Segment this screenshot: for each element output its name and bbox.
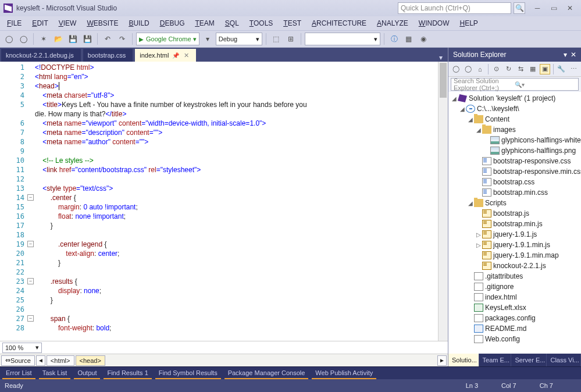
tb-icon-2[interactable]: ⊞ bbox=[284, 33, 297, 45]
se-fwd-icon[interactable]: ◯ bbox=[463, 64, 473, 74]
tree-folder-content[interactable]: ◢Content bbox=[448, 114, 581, 124]
menu-build[interactable]: BUILD bbox=[124, 18, 154, 28]
minimize-button[interactable]: ─ bbox=[530, 3, 545, 13]
config-dropdown[interactable]: Debug▾ bbox=[216, 33, 262, 45]
menu-sql[interactable]: SQL bbox=[220, 18, 244, 28]
zoom-dropdown[interactable]: 100 %▾ bbox=[2, 343, 42, 353]
redo-button[interactable]: ↷ bbox=[116, 33, 129, 45]
bc-left-arrow[interactable]: ◄ bbox=[36, 355, 45, 366]
editor-scrollbar[interactable] bbox=[438, 62, 448, 341]
pane-dropdown-icon[interactable]: ▾ bbox=[564, 51, 567, 59]
tree-file-glyphicons-halflings-white.[interactable]: glyphicons-halflings-white. bbox=[448, 135, 581, 145]
tb-icon-1[interactable]: ⬚ bbox=[270, 33, 283, 45]
open-file-button[interactable]: 📂 bbox=[52, 33, 65, 45]
menu-edit[interactable]: EDIT bbox=[27, 18, 52, 28]
maximize-button[interactable]: ▭ bbox=[546, 3, 561, 13]
tree-file-bootstrap.js[interactable]: bootstrap.js bbox=[448, 208, 581, 219]
output-tab-find-results-1[interactable]: Find Results 1 bbox=[104, 368, 151, 379]
output-tab-find-symbol-results[interactable]: Find Symbol Results bbox=[155, 368, 221, 379]
tb-icon-3[interactable]: ▦ bbox=[402, 33, 415, 45]
tree-file-README.md[interactable]: README.md bbox=[448, 323, 581, 334]
tab-knockout-2.2.1.debug.js[interactable]: knockout-2.2.1.debug.js bbox=[1, 49, 81, 62]
tree-file-index.html[interactable]: index.html bbox=[448, 292, 581, 302]
tree-file-bootstrap-responsive.css[interactable]: bootstrap-responsive.css bbox=[448, 156, 581, 166]
se-refresh-icon[interactable]: ↻ bbox=[504, 64, 514, 74]
tree-file-.gitignore[interactable]: .gitignore bbox=[448, 281, 581, 292]
tab-index.html[interactable]: index.html📌✕ bbox=[135, 49, 196, 62]
quick-launch-search-icon[interactable]: 🔍 bbox=[514, 2, 525, 14]
info-icon[interactable]: ⓘ bbox=[388, 33, 401, 45]
output-tab-web-publish-activity[interactable]: Web Publish Activity bbox=[312, 368, 376, 379]
menu-help[interactable]: HELP bbox=[455, 18, 483, 28]
output-tab-error-list[interactable]: Error List bbox=[2, 368, 35, 379]
se-scope-icon[interactable]: ⊙ bbox=[491, 64, 502, 74]
menu-tools[interactable]: TOOLS bbox=[245, 18, 277, 28]
tree-file-jquery-1.9.1.min.js[interactable]: ▷jquery-1.9.1.min.js bbox=[448, 240, 581, 250]
solution-tree[interactable]: ◢Solution 'keysleft' (1 project)◢C:\...\… bbox=[448, 92, 581, 354]
menu-view[interactable]: VIEW bbox=[54, 18, 81, 28]
nav-back-button[interactable]: ◯ bbox=[2, 33, 15, 45]
tb-icon-4[interactable]: ◉ bbox=[417, 33, 430, 45]
se-properties-icon[interactable]: 🔧 bbox=[557, 64, 567, 74]
rp-tab-2[interactable]: Server E... bbox=[511, 354, 547, 366]
tree-folder-images[interactable]: ◢images bbox=[448, 124, 581, 135]
tree-file-glyphicons-halflings.png[interactable]: glyphicons-halflings.png bbox=[448, 145, 581, 156]
tree-file-KeysLeft.xlsx[interactable]: KeysLeft.xlsx bbox=[448, 302, 581, 313]
output-window-tabs: Error ListTask ListOutputFind Results 1F… bbox=[0, 366, 581, 379]
find-combo[interactable]: ▾ bbox=[305, 33, 380, 45]
rp-tab-3[interactable]: Class Vi... bbox=[547, 354, 581, 366]
pane-close-icon[interactable]: ✕ bbox=[571, 51, 576, 59]
save-all-button[interactable]: 💾 bbox=[81, 33, 94, 45]
close-button[interactable]: ✕ bbox=[562, 3, 578, 13]
bc-head[interactable]: <head> bbox=[76, 355, 105, 366]
rp-tab-0[interactable]: Solutio... bbox=[448, 354, 479, 366]
menu-website[interactable]: WEBSITE bbox=[82, 18, 123, 28]
tree-file-Web.config[interactable]: Web.config bbox=[448, 334, 581, 344]
quick-launch-input[interactable]: Quick Launch (Ctrl+Q) bbox=[398, 2, 511, 14]
bc-right-arrow[interactable]: ► bbox=[437, 355, 447, 366]
tree-file-bootstrap.css[interactable]: bootstrap.css bbox=[448, 177, 581, 187]
se-back-icon[interactable]: ◯ bbox=[451, 64, 461, 74]
tabs-overflow-icon[interactable]: ▾ bbox=[434, 54, 448, 62]
tab-bootstrap.css[interactable]: bootstrap.css bbox=[83, 49, 133, 62]
bc-html[interactable]: <html> bbox=[47, 355, 74, 366]
rp-tab-1[interactable]: Team E... bbox=[479, 354, 512, 366]
output-tab-output[interactable]: Output bbox=[74, 368, 100, 379]
tree-file-packages.config[interactable]: packages.config bbox=[448, 313, 581, 323]
browser-list-button[interactable]: ▾ bbox=[201, 33, 214, 45]
menu-file[interactable]: FILE bbox=[2, 18, 26, 28]
code-content[interactable]: <!DOCTYPE html><html lang="en"><head> <m… bbox=[35, 62, 438, 341]
tree-file-jquery-1.9.1.min.map[interactable]: jquery-1.9.1.min.map bbox=[448, 250, 581, 261]
menu-architecture[interactable]: ARCHITECTURE bbox=[307, 18, 371, 28]
output-tab-task-list[interactable]: Task List bbox=[39, 368, 71, 379]
undo-button[interactable]: ↶ bbox=[101, 33, 114, 45]
se-home-icon[interactable]: ⌂ bbox=[475, 64, 485, 74]
source-mode-button[interactable]: ⇔ Source bbox=[1, 355, 35, 366]
output-tab-package-manager-console[interactable]: Package Manager Console bbox=[224, 368, 309, 379]
se-collapse-icon[interactable]: ⇆ bbox=[516, 64, 526, 74]
tree-folder-scripts[interactable]: ◢Scripts bbox=[448, 198, 581, 208]
start-debug-button[interactable]: Google Chrome ▾ bbox=[136, 33, 199, 45]
se-showall-icon[interactable]: ▦ bbox=[527, 64, 538, 74]
tree-file-bootstrap-responsive.min.css[interactable]: bootstrap-responsive.min.css bbox=[448, 166, 581, 177]
menu-debug[interactable]: DEBUG bbox=[155, 18, 190, 28]
tree-file-bootstrap.min.js[interactable]: bootstrap.min.js bbox=[448, 219, 581, 229]
tree-project[interactable]: ◢C:\...\keysleft\ bbox=[448, 104, 581, 114]
menu-analyze[interactable]: ANALYZE bbox=[372, 18, 413, 28]
se-more-icon[interactable]: ⋯ bbox=[568, 64, 579, 74]
save-button[interactable]: 💾 bbox=[66, 33, 79, 45]
status-ch: Ch 7 bbox=[540, 382, 553, 389]
nav-forward-button[interactable]: ◯ bbox=[17, 33, 30, 45]
menu-test[interactable]: TEST bbox=[279, 18, 306, 28]
menu-team[interactable]: TEAM bbox=[190, 18, 219, 28]
code-editor[interactable]: 1234567891011121314−1516171819−20212223−… bbox=[0, 62, 448, 341]
solution-explorer-search[interactable]: Search Solution Explorer (Ctrl+;)🔍▾ bbox=[451, 78, 579, 91]
menu-window[interactable]: WINDOW bbox=[414, 18, 454, 28]
se-preview-icon[interactable]: ▣ bbox=[540, 64, 550, 74]
tree-file-.gitattributes[interactable]: .gitattributes bbox=[448, 271, 581, 281]
tree-file-bootstrap.min.css[interactable]: bootstrap.min.css bbox=[448, 187, 581, 198]
tree-solution[interactable]: ◢Solution 'keysleft' (1 project) bbox=[448, 93, 581, 104]
tree-file-knockout-2.2.1.js[interactable]: knockout-2.2.1.js bbox=[448, 261, 581, 271]
new-project-button[interactable]: ✶ bbox=[37, 33, 50, 45]
tree-file-jquery-1.9.1.js[interactable]: ▷jquery-1.9.1.js bbox=[448, 229, 581, 240]
